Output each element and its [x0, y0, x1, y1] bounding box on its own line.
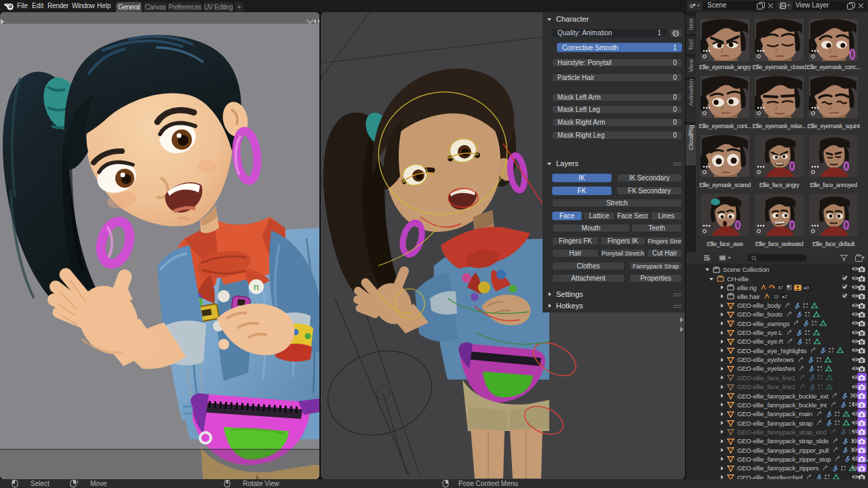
svg-text:π: π [254, 282, 260, 292]
